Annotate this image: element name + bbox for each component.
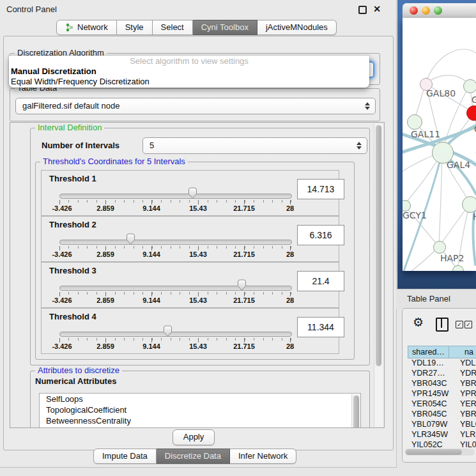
scrollbar-thumb[interactable] (406, 449, 462, 455)
table-row[interactable]: YBL079WYBL0 (408, 420, 476, 430)
tab-style[interactable]: Style (117, 20, 153, 35)
table-header-row: shared… na (408, 346, 476, 358)
traffic-light-close-icon[interactable] (410, 6, 418, 15)
network-view-window: GAL80 G C GAL11 GAL4 GCY1 H HAP2 (397, 0, 476, 289)
dropdown-option[interactable]: Manual Discretization (9, 66, 369, 77)
network-icon (65, 23, 73, 32)
tick-label: 15.43 (189, 342, 207, 350)
tab-cyni-toolbox[interactable]: Cyni Toolbox (193, 20, 257, 35)
tick-label: -3.426 (52, 204, 72, 212)
table-header-cell[interactable]: shared… (408, 346, 449, 358)
scrollbar-thumb[interactable] (376, 125, 381, 366)
threshold-label: Threshold 1 (49, 174, 96, 183)
threshold-value-field[interactable]: 11.344 (297, 317, 344, 337)
tick-label: 21.715 (233, 250, 255, 258)
tick-label: 15.43 (189, 204, 207, 212)
tab-network[interactable]: Network (56, 20, 117, 35)
slider-thumb[interactable] (237, 279, 247, 291)
node-label: GAL80 (426, 88, 456, 98)
thresholds-group: Threshold's Coordinates for 5 Intervals … (35, 162, 355, 360)
node-label: H (473, 211, 476, 222)
attributes-list: SelfLoops TopologicalCoefficient Between… (39, 393, 361, 428)
network-node[interactable] (463, 79, 476, 93)
group-title: Threshold's Coordinates for 5 Intervals (40, 157, 188, 166)
tick-label: 21.715 (233, 296, 255, 304)
tick-label: -3.426 (52, 342, 72, 350)
slider-thumb[interactable] (163, 325, 173, 337)
tab-infer-network[interactable]: Infer Network (230, 449, 296, 464)
node-label: G (472, 95, 476, 105)
threshold-label: Threshold 2 (49, 220, 96, 229)
table-row[interactable]: YDL19…YDL1 (408, 358, 476, 369)
table-data-group: Table Data galFiltered.sif default node (10, 88, 380, 121)
table-row[interactable]: YDR27…YDR2 (408, 369, 476, 379)
network-canvas[interactable]: GAL80 G C GAL11 GAL4 GCY1 H HAP2 (403, 18, 476, 271)
slider-ticks (59, 246, 291, 249)
spinner-icon (365, 102, 370, 110)
tick-label: -3.426 (52, 250, 72, 258)
list-item[interactable]: BetweennessCentrality (40, 415, 360, 426)
checkbox-icon[interactable]: ✓ (464, 321, 472, 328)
table-row[interactable]: YBR045CYBR0 (408, 410, 476, 420)
table-row[interactable]: YBR043CYBR0 (408, 379, 476, 389)
vertical-scrollbar[interactable] (374, 123, 383, 427)
slider-thumb[interactable] (188, 187, 197, 199)
table-header-cell[interactable]: na (449, 346, 476, 358)
top-tab-bar: Network Style Select Cyni Toolbox jActiv… (56, 20, 337, 35)
horizontal-scrollbar[interactable] (404, 449, 475, 456)
list-item[interactable]: SelfLoops (40, 394, 360, 404)
list-item[interactable]: TopologicalCoefficient (40, 404, 360, 415)
node-label: GAL4 (447, 160, 470, 170)
tick-label: 28 (286, 342, 294, 350)
number-of-intervals-combobox[interactable]: 5 (142, 137, 367, 154)
dropdown-option[interactable]: Equal Width/Frequency Discretization (9, 77, 369, 87)
table-row[interactable]: YPR145WYPR1 (408, 389, 476, 399)
checkbox-icon[interactable]: ✓ (456, 321, 463, 328)
gear-icon[interactable]: ⚙ (413, 315, 424, 330)
slider-track[interactable] (59, 194, 292, 199)
traffic-light-zoom-icon[interactable] (434, 6, 442, 15)
threshold-panel: Threshold 4 -3.426 2.859 9.144 15.43 21.… (41, 308, 339, 354)
spinner-icon (357, 142, 362, 150)
list-scrollbar[interactable] (351, 394, 360, 428)
threshold-value-field[interactable]: 6.316 (297, 225, 344, 245)
number-of-intervals-value: 5 (150, 141, 154, 150)
slider-thumb[interactable] (126, 233, 135, 245)
group-title: Attributes to discretize (35, 365, 122, 375)
split-view-icon[interactable] (436, 318, 449, 332)
threshold-value-field[interactable]: 14.713 (297, 179, 344, 199)
tick-label: 2.859 (96, 250, 114, 258)
cyni-toolbox-panel: Discretization Algorithm Table Data galF… (3, 36, 394, 450)
apply-button[interactable]: Apply (173, 429, 215, 445)
tab-select[interactable]: Select (153, 20, 193, 35)
threshold-label: Threshold 3 (49, 266, 96, 275)
slider-track[interactable] (59, 240, 292, 245)
tab-jactivemnodules[interactable]: jActiveMNodules (257, 20, 337, 35)
table-row[interactable]: YLR345WYLR3 (408, 430, 476, 440)
float-window-icon[interactable] (358, 6, 367, 14)
window-titlebar[interactable] (403, 3, 476, 19)
node-attribute-table: shared… na YDL19…YDL1 YDR27…YDR2 YBR043C… (408, 346, 476, 450)
tick-label: 21.715 (233, 342, 255, 350)
network-node[interactable] (407, 114, 422, 130)
tab-impute-data[interactable]: Impute Data (93, 449, 157, 464)
table-panel-title: Table Panel (407, 294, 450, 303)
tab-discretize-data[interactable]: Discretize Data (157, 449, 230, 464)
slider-track[interactable] (59, 286, 292, 291)
traffic-light-minimize-icon[interactable] (422, 6, 430, 15)
group-title: Interval Definition (35, 123, 104, 132)
threshold-panel: Threshold 2 -3.426 2.859 9.144 15.43 21.… (41, 216, 339, 262)
tick-label: 9.144 (142, 296, 160, 304)
close-icon[interactable]: ✕ (373, 4, 381, 14)
table-data-combobox[interactable]: galFiltered.sif default node (15, 98, 376, 114)
threshold-panel: Threshold 1 -3.426 2.859 9.144 15.43 21.… (41, 170, 339, 216)
number-of-intervals-label: Number of Intervals (42, 141, 119, 150)
dropdown-placeholder: Select algorithm to view settings (9, 56, 369, 66)
tick-label: 28 (286, 250, 294, 258)
table-row[interactable]: YER054CYER0 (408, 399, 476, 410)
algorithm-dropdown: Select algorithm to view settings Manual… (9, 56, 369, 88)
threshold-value-field[interactable]: 21.4 (297, 271, 344, 291)
network-node[interactable] (433, 241, 446, 254)
slider-track[interactable] (59, 332, 292, 337)
network-node[interactable] (462, 196, 476, 213)
